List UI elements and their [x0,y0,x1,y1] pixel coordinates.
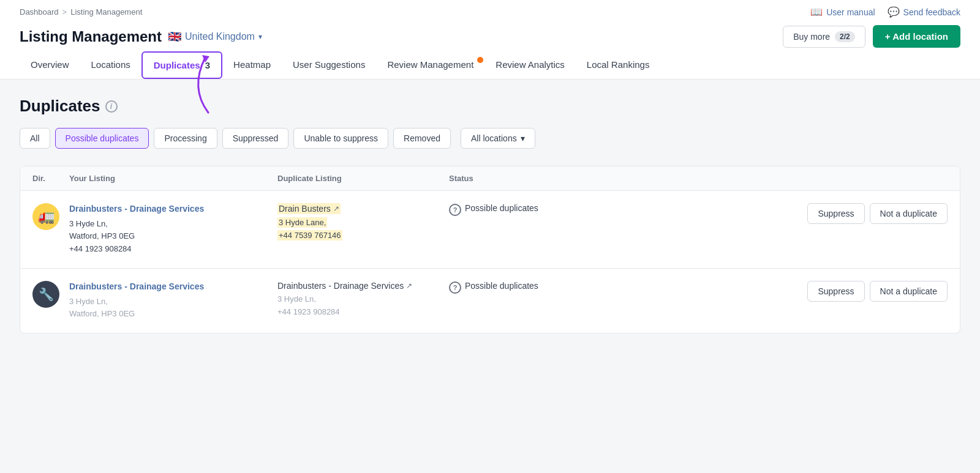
send-feedback-link[interactable]: 💬 Send feedback [888,6,960,18]
filter-all-button[interactable]: All [20,128,50,149]
country-name: United Kingdom [185,31,255,42]
row1-listing-icon: 🚛 [32,203,59,230]
add-location-button[interactable]: + Add location [873,25,960,48]
header-buttons: Buy more 2/2 + Add location [783,25,960,48]
duplicates-table: Dir. Your Listing Duplicate Listing Stat… [20,166,960,333]
header-dir: Dir. [32,174,69,183]
header-actions [608,174,948,183]
header-duplicate-listing: Duplicate Listing [277,174,449,183]
row2-external-link-icon[interactable]: ↗ [406,281,412,290]
tab-locations[interactable]: Locations [80,52,141,78]
external-link-icon[interactable]: ↗ [333,204,339,213]
tab-user-suggestions[interactable]: User Suggestions [282,52,376,78]
book-icon: 📖 [810,6,823,18]
main-content: Duplicates i All Possible duplicates Pro… [0,80,980,351]
page-title: Listing Management [20,28,162,45]
info-icon[interactable]: i [105,100,118,113]
row1-listing-address: 3 Hyde Ln,Watford, HP3 0EG+44 1923 90828… [69,218,277,256]
row2-listing-address: 3 Hyde Ln,Watford, HP3 0EG [69,296,277,321]
tab-review-management[interactable]: Review Management [376,52,484,78]
breadcrumb-dashboard[interactable]: Dashboard [20,7,59,17]
review-management-notification [477,57,483,63]
nav-tabs-wrapper: Overview Locations Duplicates 3 Heatmap … [20,51,960,79]
row1-your-listing: Drainbusters - Drainage Services 3 Hyde … [69,203,277,256]
filter-processing-button[interactable]: Processing [154,128,217,149]
header-your-listing: Your Listing [69,174,277,183]
row2-status: ? Possible duplicates [449,281,608,294]
country-selector[interactable]: 🇬🇧 United Kingdom ▾ [168,30,262,43]
row1-not-duplicate-button[interactable]: Not a duplicate [870,203,948,224]
table-row: 🚛 Drainbusters - Drainage Services 3 Hyd… [20,191,960,269]
row1-dir-icon: 🚛 [32,203,69,230]
row1-duplicate-name: Drain Busters ↗ [277,203,341,214]
uk-flag-icon: 🇬🇧 [168,30,181,43]
tab-duplicates[interactable]: Duplicates 3 [141,51,222,79]
row1-actions: Suppress Not a duplicate [608,203,948,224]
row2-your-listing: Drainbusters - Drainage Services 3 Hyde … [69,281,277,321]
duplicates-badge: 3 [205,60,210,70]
row1-status-text: Possible duplicates [465,203,538,213]
tab-review-analytics[interactable]: Review Analytics [484,52,576,78]
table-row: 🔧 Drainbusters - Drainage Services 3 Hyd… [20,269,960,333]
filter-possible-duplicates-button[interactable]: Possible duplicates [55,128,149,149]
buy-more-badge: 2/2 [835,31,855,42]
table-header: Dir. Your Listing Duplicate Listing Stat… [20,166,960,191]
row2-duplicate-listing: Drainbusters - Drainage Services ↗ 3 Hyd… [277,281,449,319]
row1-duplicate-listing: Drain Busters ↗ 3 Hyde Lane, +44 7539 76… [277,203,449,242]
filter-unable-to-suppress-button[interactable]: Unable to suppress [293,128,388,149]
tab-local-rankings[interactable]: Local Rankings [576,52,661,78]
nav-tabs: Overview Locations Duplicates 3 Heatmap … [20,51,960,79]
tab-overview[interactable]: Overview [20,52,80,78]
section-title: Duplicates [20,97,100,116]
row2-status-text: Possible duplicates [465,281,538,291]
row2-actions: Suppress Not a duplicate [608,281,948,302]
feedback-icon: 💬 [888,6,900,18]
row1-status-icon: ? [449,204,461,216]
top-actions: 📖 User manual 💬 Send feedback [810,6,960,18]
header-status: Status [449,174,608,183]
breadcrumb: Dashboard > Listing Management [20,7,142,17]
page-title-area: Listing Management 🇬🇧 United Kingdom ▾ [20,28,262,45]
buy-more-button[interactable]: Buy more 2/2 [783,26,865,48]
locations-dropdown[interactable]: All locations ▾ [461,128,535,149]
row2-suppress-button[interactable]: Suppress [807,281,864,302]
filter-suppressed-button[interactable]: Suppressed [222,128,289,149]
row2-duplicate-name: Drainbusters - Drainage Services [277,281,404,291]
row2-status-icon: ? [449,281,461,294]
chevron-down-icon: ▾ [258,32,262,41]
row2-listing-icon: 🔧 [32,281,59,308]
row1-listing-name-link[interactable]: Drainbusters - Drainage Services [69,204,204,214]
filter-bar: All Possible duplicates Processing Suppr… [20,128,960,149]
row2-not-duplicate-button[interactable]: Not a duplicate [870,281,948,302]
row1-status: ? Possible duplicates [449,203,608,216]
row2-duplicate-address: 3 Hyde Ln,+44 1923 908284 [277,293,449,319]
tab-heatmap[interactable]: Heatmap [222,52,282,78]
row2-listing-name-link[interactable]: Drainbusters - Drainage Services [69,281,204,291]
breadcrumb-current: Listing Management [70,7,142,17]
user-manual-link[interactable]: 📖 User manual [810,6,875,18]
breadcrumb-separator: > [62,7,67,17]
row1-duplicate-phone: +44 7539 767146 [277,230,342,240]
row1-suppress-button[interactable]: Suppress [807,203,864,224]
section-title-row: Duplicates i [20,97,960,116]
row1-duplicate-address-line1: 3 Hyde Lane, [277,217,327,228]
row2-dir-icon: 🔧 [32,281,69,308]
filter-removed-button[interactable]: Removed [393,128,451,149]
dropdown-chevron-icon: ▾ [521,133,525,143]
